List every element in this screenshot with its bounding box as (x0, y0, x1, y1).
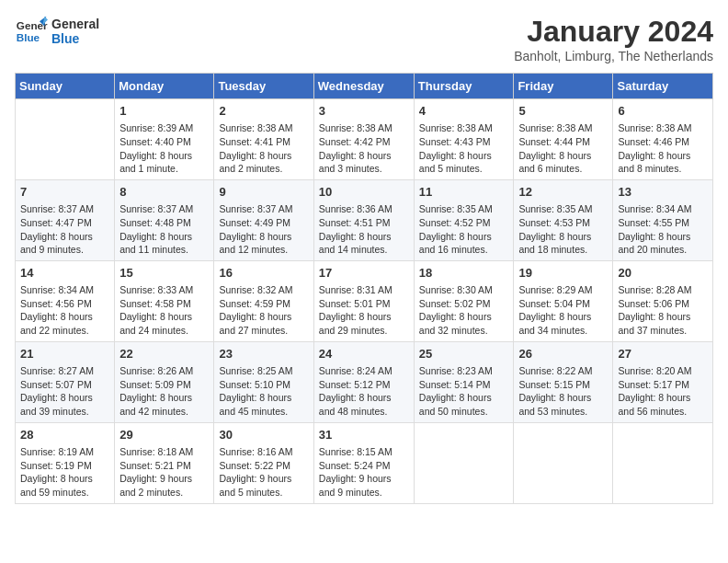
day-number: 5 (518, 103, 608, 120)
day-number: 1 (119, 103, 209, 120)
calendar-cell: 28Sunrise: 8:19 AMSunset: 5:19 PMDayligh… (16, 422, 115, 503)
calendar-cell: 24Sunrise: 8:24 AMSunset: 5:12 PMDayligh… (313, 341, 414, 422)
day-detail: Sunrise: 8:38 AMSunset: 4:43 PMDaylight:… (419, 121, 509, 176)
calendar-cell: 31Sunrise: 8:15 AMSunset: 5:24 PMDayligh… (313, 422, 414, 503)
day-detail: Sunrise: 8:38 AMSunset: 4:44 PMDaylight:… (518, 121, 608, 176)
day-number: 2 (219, 103, 308, 120)
week-row-4: 21Sunrise: 8:27 AMSunset: 5:07 PMDayligh… (16, 341, 713, 422)
calendar-cell: 16Sunrise: 8:32 AMSunset: 4:59 PMDayligh… (214, 260, 313, 341)
weekday-header-sunday: Sunday (16, 74, 115, 99)
calendar-cell (16, 99, 115, 180)
day-number: 15 (119, 265, 209, 282)
week-row-5: 28Sunrise: 8:19 AMSunset: 5:19 PMDayligh… (16, 422, 713, 503)
calendar-cell: 19Sunrise: 8:29 AMSunset: 5:04 PMDayligh… (514, 260, 613, 341)
day-number: 17 (319, 265, 409, 282)
day-number: 25 (419, 346, 509, 362)
logo-general: General (51, 17, 99, 31)
logo-blue: Blue (51, 31, 99, 46)
calendar-cell: 22Sunrise: 8:26 AMSunset: 5:09 PMDayligh… (115, 341, 214, 422)
calendar-cell: 14Sunrise: 8:34 AMSunset: 4:56 PMDayligh… (16, 260, 115, 341)
day-detail: Sunrise: 8:19 AMSunset: 5:19 PMDaylight:… (20, 445, 109, 500)
day-number: 12 (518, 184, 608, 201)
calendar-cell: 21Sunrise: 8:27 AMSunset: 5:07 PMDayligh… (16, 341, 115, 422)
day-number: 6 (618, 103, 708, 120)
day-detail: Sunrise: 8:24 AMSunset: 5:12 PMDaylight:… (319, 364, 409, 419)
day-number: 22 (119, 346, 209, 362)
day-number: 24 (319, 346, 409, 362)
weekday-header-wednesday: Wednesday (313, 74, 414, 99)
header: General Blue General Blue January 2024 B… (15, 15, 713, 63)
logo: General Blue General Blue (15, 15, 99, 48)
calendar-cell: 1Sunrise: 8:39 AMSunset: 4:40 PMDaylight… (115, 99, 214, 180)
calendar-cell: 3Sunrise: 8:38 AMSunset: 4:42 PMDaylight… (313, 99, 414, 180)
day-detail: Sunrise: 8:23 AMSunset: 5:14 PMDaylight:… (419, 364, 509, 419)
calendar-cell: 13Sunrise: 8:34 AMSunset: 4:55 PMDayligh… (613, 179, 713, 260)
calendar-cell: 4Sunrise: 8:38 AMSunset: 4:43 PMDaylight… (414, 99, 514, 180)
calendar-title: January 2024 (514, 15, 713, 49)
day-number: 26 (518, 346, 608, 362)
calendar-table: SundayMondayTuesdayWednesdayThursdayFrid… (15, 73, 713, 504)
calendar-cell: 7Sunrise: 8:37 AMSunset: 4:47 PMDaylight… (16, 179, 115, 260)
calendar-subtitle: Banholt, Limburg, The Netherlands (514, 49, 713, 63)
day-detail: Sunrise: 8:34 AMSunset: 4:56 PMDaylight:… (20, 283, 109, 338)
weekday-header-thursday: Thursday (414, 74, 514, 99)
title-area: January 2024 Banholt, Limburg, The Nethe… (514, 15, 713, 63)
day-detail: Sunrise: 8:31 AMSunset: 5:01 PMDaylight:… (319, 283, 409, 338)
weekday-header-saturday: Saturday (613, 74, 713, 99)
calendar-cell: 5Sunrise: 8:38 AMSunset: 4:44 PMDaylight… (514, 99, 613, 180)
calendar-cell: 11Sunrise: 8:35 AMSunset: 4:52 PMDayligh… (414, 179, 514, 260)
calendar-cell (613, 422, 713, 503)
day-number: 9 (219, 184, 308, 201)
day-number: 28 (20, 427, 109, 443)
day-detail: Sunrise: 8:18 AMSunset: 5:21 PMDaylight:… (119, 445, 209, 500)
calendar-cell (514, 422, 613, 503)
day-detail: Sunrise: 8:16 AMSunset: 5:22 PMDaylight:… (219, 445, 308, 500)
day-detail: Sunrise: 8:27 AMSunset: 5:07 PMDaylight:… (20, 364, 109, 419)
calendar-cell: 30Sunrise: 8:16 AMSunset: 5:22 PMDayligh… (214, 422, 313, 503)
calendar-cell: 26Sunrise: 8:22 AMSunset: 5:15 PMDayligh… (514, 341, 613, 422)
day-detail: Sunrise: 8:32 AMSunset: 4:59 PMDaylight:… (219, 283, 308, 338)
day-detail: Sunrise: 8:39 AMSunset: 4:40 PMDaylight:… (119, 121, 209, 176)
day-number: 14 (20, 265, 109, 282)
day-number: 18 (419, 265, 509, 282)
svg-text:Blue: Blue (17, 31, 40, 43)
calendar-cell: 2Sunrise: 8:38 AMSunset: 4:41 PMDaylight… (214, 99, 313, 180)
day-detail: Sunrise: 8:15 AMSunset: 5:24 PMDaylight:… (319, 445, 409, 500)
calendar-cell: 27Sunrise: 8:20 AMSunset: 5:17 PMDayligh… (613, 341, 713, 422)
day-detail: Sunrise: 8:35 AMSunset: 4:53 PMDaylight:… (518, 202, 608, 257)
day-detail: Sunrise: 8:37 AMSunset: 4:48 PMDaylight:… (119, 202, 209, 257)
week-row-2: 7Sunrise: 8:37 AMSunset: 4:47 PMDaylight… (16, 179, 713, 260)
day-number: 23 (219, 346, 308, 362)
day-detail: Sunrise: 8:30 AMSunset: 5:02 PMDaylight:… (419, 283, 509, 338)
day-detail: Sunrise: 8:28 AMSunset: 5:06 PMDaylight:… (618, 283, 708, 338)
day-number: 27 (618, 346, 708, 362)
calendar-cell: 15Sunrise: 8:33 AMSunset: 4:58 PMDayligh… (115, 260, 214, 341)
day-number: 8 (119, 184, 209, 201)
calendar-cell: 20Sunrise: 8:28 AMSunset: 5:06 PMDayligh… (613, 260, 713, 341)
day-number: 21 (20, 346, 109, 362)
weekday-header-monday: Monday (115, 74, 214, 99)
day-detail: Sunrise: 8:34 AMSunset: 4:55 PMDaylight:… (618, 202, 708, 257)
week-row-1: 1Sunrise: 8:39 AMSunset: 4:40 PMDaylight… (16, 99, 713, 180)
day-detail: Sunrise: 8:25 AMSunset: 5:10 PMDaylight:… (219, 364, 308, 419)
day-number: 20 (618, 265, 708, 282)
day-detail: Sunrise: 8:38 AMSunset: 4:41 PMDaylight:… (219, 121, 308, 176)
calendar-cell (414, 422, 514, 503)
calendar-cell: 9Sunrise: 8:37 AMSunset: 4:49 PMDaylight… (214, 179, 313, 260)
day-number: 19 (518, 265, 608, 282)
calendar-cell: 18Sunrise: 8:30 AMSunset: 5:02 PMDayligh… (414, 260, 514, 341)
calendar-cell: 29Sunrise: 8:18 AMSunset: 5:21 PMDayligh… (115, 422, 214, 503)
day-number: 7 (20, 184, 109, 201)
day-number: 11 (419, 184, 509, 201)
calendar-cell: 23Sunrise: 8:25 AMSunset: 5:10 PMDayligh… (214, 341, 313, 422)
day-number: 31 (319, 427, 409, 443)
weekday-header-tuesday: Tuesday (214, 74, 313, 99)
day-detail: Sunrise: 8:35 AMSunset: 4:52 PMDaylight:… (419, 202, 509, 257)
calendar-cell: 25Sunrise: 8:23 AMSunset: 5:14 PMDayligh… (414, 341, 514, 422)
calendar-cell: 12Sunrise: 8:35 AMSunset: 4:53 PMDayligh… (514, 179, 613, 260)
day-number: 4 (419, 103, 509, 120)
day-number: 16 (219, 265, 308, 282)
day-detail: Sunrise: 8:26 AMSunset: 5:09 PMDaylight:… (119, 364, 209, 419)
day-detail: Sunrise: 8:37 AMSunset: 4:47 PMDaylight:… (20, 202, 109, 257)
calendar-cell: 17Sunrise: 8:31 AMSunset: 5:01 PMDayligh… (313, 260, 414, 341)
